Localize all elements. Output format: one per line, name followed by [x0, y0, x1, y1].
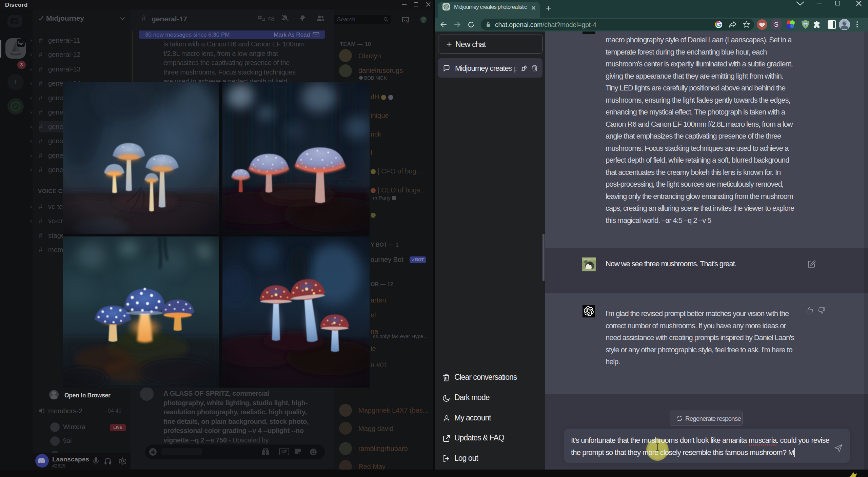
- svg-text:~~~~: ~~~~: [585, 267, 590, 269]
- svg-text:~~~ ~~: ~~~ ~~: [584, 258, 591, 260]
